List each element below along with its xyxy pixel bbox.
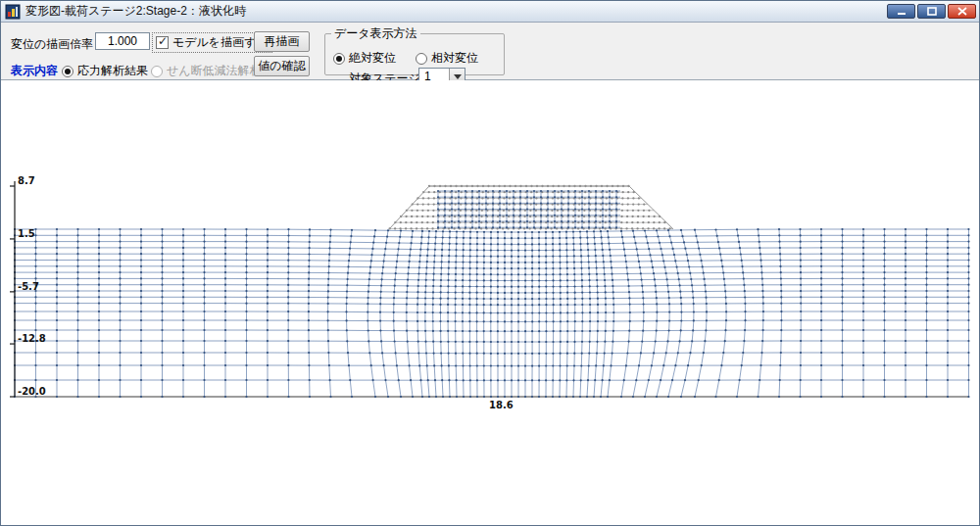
value-check-button[interactable]: 値の確認 xyxy=(254,56,310,76)
redraw-button[interactable]: 再描画 xyxy=(254,31,310,52)
radio-icon xyxy=(151,66,163,77)
app-window: 変形図-載荷ステージ2:Stage-2：液状化時 変位の描画倍率 モデルを描画す… xyxy=(0,0,980,526)
absolute-displacement-label: 絶対変位 xyxy=(349,50,396,67)
maximize-icon xyxy=(927,7,937,16)
svg-text:-20.0: -20.0 xyxy=(18,386,46,397)
deformation-canvas: 8.71.5-5.7-12.8-20.018.6 xyxy=(1,80,979,526)
svg-text:-5.7: -5.7 xyxy=(18,281,39,292)
close-icon xyxy=(957,7,967,16)
radio-icon xyxy=(62,66,74,77)
svg-text:-12.8: -12.8 xyxy=(18,333,46,344)
checkbox-icon xyxy=(156,36,169,49)
scale-input[interactable] xyxy=(95,32,150,50)
relative-displacement-label: 相対変位 xyxy=(431,50,478,67)
radio-icon xyxy=(416,53,427,65)
absolute-displacement-radio[interactable]: 絶対変位 xyxy=(333,50,396,67)
titlebar: 変形図-載荷ステージ2:Stage-2：液状化時 xyxy=(1,1,979,23)
maximize-button[interactable] xyxy=(917,4,946,19)
window-controls xyxy=(887,4,976,19)
scale-label: 変位の描画倍率 xyxy=(11,36,93,53)
radio-icon xyxy=(333,53,345,65)
stress-analysis-radio[interactable]: 応力解析結果 xyxy=(62,63,148,79)
display-content-label: 表示内容 xyxy=(11,63,58,79)
data-display-group-title: データ表示方法 xyxy=(331,25,420,42)
mesh-svg: 8.71.5-5.7-12.8-20.018.6 xyxy=(1,80,979,526)
svg-text:8.7: 8.7 xyxy=(18,175,35,186)
close-button[interactable] xyxy=(948,4,976,19)
svg-text:18.6: 18.6 xyxy=(489,400,514,410)
toolbar: 変位の描画倍率 モデルを描画する 再描画 データ表示方法 絶対変位 相対変位 対… xyxy=(1,23,979,80)
window-title: 変形図-載荷ステージ2:Stage-2：液状化時 xyxy=(25,3,246,20)
app-icon xyxy=(5,4,21,20)
minimize-button[interactable] xyxy=(887,4,915,19)
stress-analysis-label: 応力解析結果 xyxy=(77,63,148,79)
svg-text:1.5: 1.5 xyxy=(18,228,35,239)
data-display-group: データ表示方法 絶対変位 相対変位 対象ステージ 1 xyxy=(324,25,505,75)
minimize-icon xyxy=(897,7,906,16)
relative-displacement-radio[interactable]: 相対変位 xyxy=(416,50,478,67)
chevron-down-icon xyxy=(454,74,462,79)
